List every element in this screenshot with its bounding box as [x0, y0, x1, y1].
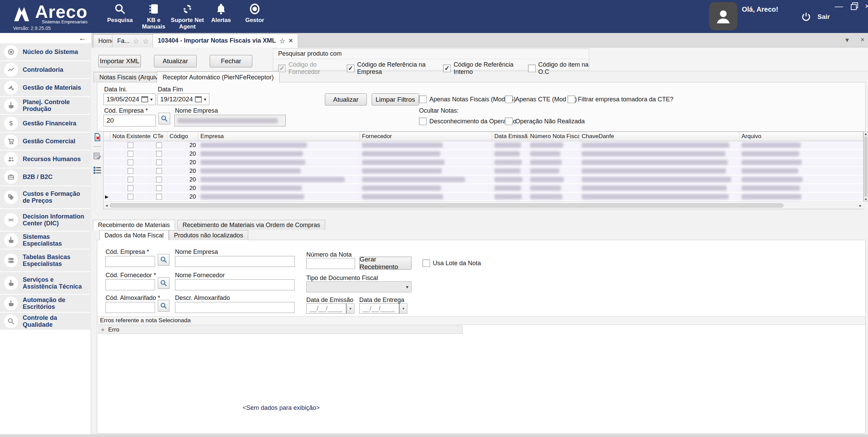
sidebar-item-tabelas-basicas-especialistas[interactable]: Tabelas Basicas Especialistas	[0, 249, 91, 271]
tipo-documento-select[interactable]: ▾	[306, 281, 411, 292]
tab-favorites[interactable]: Fa... ☆ ☆	[112, 34, 154, 47]
minimize-button[interactable]: —	[835, 2, 843, 10]
nav-kb-manuais[interactable]: KB e Manuais	[137, 0, 171, 33]
checkbox-nota-existente[interactable]	[128, 168, 133, 174]
scroll-down-icon[interactable]: ▼	[864, 198, 868, 201]
col-fornecedor[interactable]: Fornecedor	[360, 132, 492, 141]
table-row[interactable]: 20	[103, 150, 863, 158]
sidebar-item-recursos-humanos[interactable]: Recursos Humanos	[0, 150, 91, 168]
sidebar-item-controladoria[interactable]: Controladoria	[0, 61, 91, 78]
table-row[interactable]: 20	[103, 141, 863, 150]
checkbox-nota-existente[interactable]	[128, 194, 133, 200]
col-cte[interactable]: CTe	[151, 132, 167, 141]
checkbox-cte[interactable]	[156, 151, 162, 157]
limpar-filtros-button[interactable]: Limpar Filtros	[372, 93, 419, 105]
search-empresa-button[interactable]	[158, 254, 169, 266]
tab-importar-notas-fiscais[interactable]: 103404 - Importar Notas Fiscais via XML …	[153, 34, 298, 47]
delete-note-icon[interactable]	[93, 133, 102, 142]
sidebar-item-custos-formacao-precos[interactable]: Custos e Formação de Preços	[0, 186, 91, 208]
search-empresa-button[interactable]	[158, 113, 170, 124]
checkbox-cte[interactable]	[156, 168, 162, 174]
nav-pesquisa[interactable]: Pesquisa	[103, 0, 137, 33]
checkbox-cte[interactable]	[156, 177, 162, 182]
sidebar-item-controle-da-qualidade[interactable]: Controle da Qualidade	[0, 313, 91, 330]
sidebar-item-sistemas-especialistas[interactable]: Sistemas Especialistas	[0, 232, 91, 249]
checkbox-codigo-referencia-empresa[interactable]	[347, 65, 354, 72]
checkbox-usa-lote[interactable]	[422, 259, 430, 267]
nome-fornecedor-input[interactable]	[175, 279, 295, 290]
collapse-sidebar-arrow-icon[interactable]: ←	[79, 34, 86, 43]
checkbox-nota-existente[interactable]	[128, 185, 133, 191]
numero-nota-input[interactable]	[306, 258, 355, 269]
checkbox-mod57[interactable]	[505, 96, 513, 103]
atualizar-button[interactable]: Atualizar	[154, 55, 197, 67]
table-row-selected[interactable]: ▶ 20	[103, 193, 863, 201]
col-data-emissao[interactable]: Data Emissão	[492, 132, 528, 141]
table-row[interactable]: 20	[103, 184, 863, 193]
table-row[interactable]: 20	[103, 176, 863, 184]
tab-recebimento-materiais[interactable]: Recebimento de Materiais	[93, 220, 175, 230]
scroll-left-icon[interactable]: ◂	[106, 203, 108, 208]
sidebar-item-nucleo-do-sistema[interactable]: Núcleo do Sistema	[0, 43, 91, 60]
sidebar-item-gestao-financeira[interactable]: $ Gestão Financeira	[0, 115, 91, 132]
chevron-down-icon[interactable]: ▾	[150, 97, 153, 102]
sidebar-item-gestao-de-materiais[interactable]: Gestão de Materiais	[0, 79, 91, 96]
tab-receptor-automatico[interactable]: Receptor Automático (PierNFeReceptor)	[157, 71, 279, 83]
checkbox-tomadora-cte[interactable]	[568, 96, 575, 103]
nav-alertas[interactable]: Alertas	[204, 0, 238, 33]
checkbox-nota-existente[interactable]	[128, 151, 133, 157]
vertical-scrollbar[interactable]: ▲ ▼	[864, 132, 868, 202]
nome-empresa-input[interactable]	[175, 256, 295, 267]
data-entrega-dropdown[interactable]: ▾	[399, 303, 407, 314]
validate-note-icon[interactable]	[93, 152, 102, 160]
sidebar-item-automacao-de-escritorios[interactable]: Automação de Escritórios	[0, 295, 91, 312]
checkbox-nao-realizada[interactable]	[505, 117, 513, 125]
tab-list-dropdown-icon[interactable]: ▾	[845, 36, 849, 44]
user-avatar[interactable]	[709, 2, 737, 30]
sidebar-item-servicos-assistencia-tecnica[interactable]: Serviços e Assistência Técnica	[0, 272, 91, 294]
data-emissao-dropdown[interactable]: ▾	[346, 303, 354, 314]
scroll-up-icon[interactable]: ▲	[864, 132, 868, 136]
checkbox-cte[interactable]	[156, 159, 162, 165]
fechar-button[interactable]: Fechar	[210, 55, 252, 67]
close-tab-icon[interactable]: ×	[289, 37, 293, 45]
horizontal-scrollbar[interactable]: ◂ ▸	[103, 201, 864, 209]
sidebar-item-decision-information-center[interactable]: Decision Information Center (DIC)	[0, 209, 91, 231]
checkbox-cte[interactable]	[156, 142, 162, 148]
nav-gestor[interactable]: Gestor	[238, 0, 272, 33]
checkbox-nota-existente[interactable]	[128, 177, 133, 182]
data-emissao-input[interactable]: __/__/____	[306, 303, 346, 314]
col-arquivo[interactable]: Arquivo	[739, 132, 863, 141]
tab-produtos-nao-localizados[interactable]: Produtos não localizados	[169, 230, 248, 240]
checkbox-nota-existente[interactable]	[128, 159, 133, 165]
data-ini-input[interactable]: 19/05/2024 ▾	[103, 93, 156, 105]
nav-suporte-net-agent[interactable]: Suporte Net Agent	[171, 0, 204, 33]
descr-almoxarifado-input[interactable]	[175, 302, 295, 313]
sidebar-item-b2b-b2c[interactable]: B2B / B2C	[0, 168, 91, 186]
chevron-down-icon[interactable]: ▾	[204, 97, 206, 102]
scroll-right-icon[interactable]: ▸	[859, 203, 861, 208]
close-window-button[interactable]: ×	[865, 2, 868, 10]
close-all-tabs-icon[interactable]: ×	[860, 36, 865, 44]
col-codigo[interactable]: Código	[167, 132, 198, 141]
table-row[interactable]: 20	[103, 158, 863, 167]
col-empresa[interactable]: Empresa	[198, 132, 360, 141]
col-chavedanfe[interactable]: ChaveDanfe	[580, 132, 739, 141]
table-row[interactable]: 20	[103, 167, 863, 176]
checkbox-codigo-referencia-interno[interactable]	[443, 65, 451, 72]
checkbox-codigo-fornecedor[interactable]	[278, 65, 286, 72]
checklist-icon[interactable]	[93, 165, 102, 174]
cod-fornecedor-input[interactable]	[106, 279, 155, 290]
checkbox-cte[interactable]	[156, 194, 162, 200]
cod-empresa-input[interactable]	[106, 256, 155, 267]
calendar-icon[interactable]	[141, 96, 148, 102]
gerar-recebimento-button[interactable]: Gerar Recebimento	[359, 257, 411, 270]
importar-xml-button[interactable]: Importar XML	[98, 55, 141, 67]
restore-button[interactable]	[850, 2, 857, 10]
logout-button[interactable]: Sair	[801, 12, 830, 22]
data-fim-input[interactable]: 19/12/2024 ▾	[157, 93, 209, 105]
filter-atualizar-button[interactable]: Atualizar	[325, 93, 367, 105]
search-fornecedor-button[interactable]	[158, 277, 169, 289]
sidebar-item-planej-controle-producao[interactable]: Planej. Controle Produção	[0, 97, 91, 114]
col-nota-existente[interactable]: Nota Existente	[110, 132, 151, 141]
